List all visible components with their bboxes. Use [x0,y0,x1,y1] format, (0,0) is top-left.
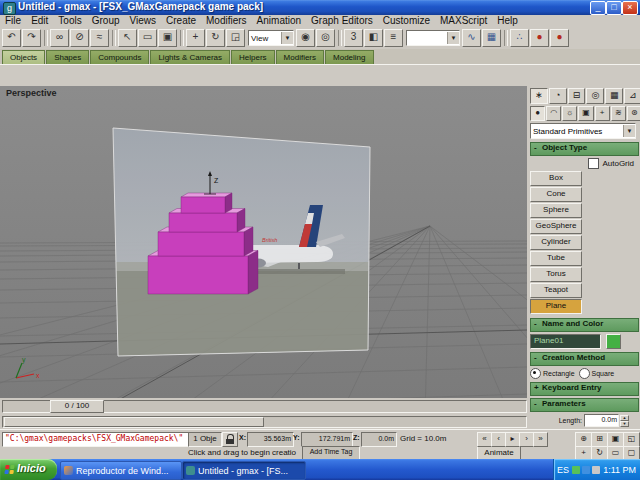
utilities-tab-icon[interactable]: ⊿ [624,88,640,104]
rollout-parameters-header[interactable]: - Parameters [530,398,639,412]
close-button[interactable]: × [622,1,638,15]
helpers-category-icon[interactable]: + [595,106,610,121]
box-button[interactable]: Box [530,171,582,186]
chevron-down-icon[interactable]: ▼ [281,32,293,44]
taskbar-clock[interactable]: 1:11 PM [603,465,636,475]
snap-toggle-icon[interactable]: 3 [344,29,363,47]
length-field[interactable]: 0.0m [584,414,619,427]
titlebar[interactable]: g Untitled - gmax - [FSX_GMaxGamepack ga… [0,0,640,15]
rollout-object-type-header[interactable]: - Object Type [530,142,639,156]
space-warps-category-icon[interactable]: ≋ [611,106,626,121]
tab-modeling[interactable]: Modeling [325,50,373,64]
material-editor-icon[interactable]: ∴ [510,29,529,47]
time-slider-button[interactable]: 0 / 100 [50,400,104,413]
tab-helpers[interactable]: Helpers [231,50,275,64]
geometry-category-icon[interactable]: ● [530,106,545,121]
menu-customize[interactable]: Customize [378,15,435,27]
coord-x-field[interactable]: 35.563m [247,432,294,447]
systems-category-icon[interactable]: ⊛ [627,106,640,121]
length-spinner[interactable]: ▲▼ [620,415,629,426]
minimize-button[interactable]: _ [590,1,606,15]
reference-coordinate-dropdown[interactable]: View ▼ [248,30,294,46]
plane-button[interactable]: Plane [530,299,582,314]
zoom-icon[interactable]: ⊕ [575,432,592,447]
render-scene-icon[interactable]: ● [530,29,549,47]
menu-animation[interactable]: Animation [252,15,306,27]
object-color-swatch[interactable] [606,334,621,349]
tray-icon[interactable] [572,466,580,474]
play-button[interactable]: ▸ [505,432,520,447]
bind-to-space-warp-icon[interactable]: ≈ [90,29,109,47]
box-level-4[interactable] [181,193,232,213]
tab-objects[interactable]: Objects [2,50,45,64]
menu-file[interactable]: File [0,15,26,27]
subcategory-dropdown[interactable]: Standard Primitives ▼ [530,123,636,139]
lock-selection-button[interactable] [222,432,238,447]
select-and-rotate-icon[interactable]: ↻ [206,29,225,47]
select-and-manipulate-icon[interactable]: ◎ [316,29,335,47]
volume-icon[interactable] [592,466,600,474]
lights-category-icon[interactable]: ☼ [562,106,577,121]
torus-button[interactable]: Torus [530,267,582,282]
viewport-label[interactable]: Perspective [6,88,57,98]
go-to-start-button[interactable]: « [477,432,492,447]
taskbar-item-gmax[interactable]: Untitled - gmax - [FS... [182,461,306,480]
select-and-scale-icon[interactable]: ◲ [226,29,245,47]
use-pivot-point-icon[interactable]: ◉ [296,29,315,47]
redo-icon[interactable]: ↷ [22,29,41,47]
modify-tab-icon[interactable]: ◔ [549,88,567,104]
tab-lights-cameras[interactable]: Lights & Cameras [150,50,230,64]
coord-z-field[interactable]: 0.0m [361,432,397,447]
go-to-end-button[interactable]: » [533,432,548,447]
menu-create[interactable]: Create [161,15,201,27]
menu-group[interactable]: Group [87,15,125,27]
rectangle-radio[interactable] [530,368,541,379]
zoom-all-icon[interactable]: ⊞ [591,432,608,447]
mirror-icon[interactable]: ◧ [364,29,383,47]
menu-edit[interactable]: Edit [26,15,53,27]
zoom-extents-all-icon[interactable]: ◱ [623,432,640,447]
tab-compounds[interactable]: Compounds [90,50,149,64]
unlink-selection-icon[interactable]: ⊘ [70,29,89,47]
create-tab-icon[interactable]: ∗ [530,88,548,104]
autogrid-checkbox[interactable] [588,158,599,169]
square-radio[interactable] [579,368,590,379]
maxscript-mini-listener[interactable]: "C:\gmax\gamepacks\FSX_GMaxGamepack\" [2,432,190,447]
curve-editor-icon[interactable]: ∿ [462,29,481,47]
rectangular-selection-region-icon[interactable]: ▭ [138,29,157,47]
tray-icon[interactable] [582,466,590,474]
quick-render-icon[interactable]: ● [550,29,569,47]
undo-icon[interactable]: ↶ [2,29,21,47]
maximize-button[interactable]: □ [606,1,622,15]
menu-modifiers[interactable]: Modifiers [201,15,252,27]
previous-frame-button[interactable]: ‹ [491,432,506,447]
rollout-keyboard-entry-header[interactable]: + Keyboard Entry [530,382,639,396]
cameras-category-icon[interactable]: ▣ [578,106,593,121]
rollout-creation-method-header[interactable]: - Creation Method [530,352,639,366]
cylinder-button[interactable]: Cylinder [530,235,582,250]
add-time-tag-field[interactable]: Add Time Tag [302,446,360,460]
language-indicator[interactable]: ES [557,465,569,475]
hierarchy-tab-icon[interactable]: ⊟ [568,88,586,104]
menu-maxscript[interactable]: MAXScript [435,15,492,27]
display-tab-icon[interactable]: ▦ [605,88,623,104]
menu-help[interactable]: Help [492,15,523,27]
tube-button[interactable]: Tube [530,251,582,266]
start-button[interactable]: Inicio [0,459,57,480]
schematic-view-icon[interactable]: ▦ [482,29,501,47]
coord-y-field[interactable]: 172.791m [301,432,353,447]
menu-views[interactable]: Views [125,15,162,27]
shapes-category-icon[interactable]: ◠ [546,106,561,121]
geosphere-button[interactable]: GeoSphere [530,219,582,234]
next-frame-button[interactable]: › [519,432,534,447]
select-and-link-icon[interactable]: ∞ [50,29,69,47]
align-icon[interactable]: ≡ [384,29,403,47]
menu-graph-editors[interactable]: Graph Editors [306,15,378,27]
taskbar-item-media-player[interactable]: Reproductor de Wind... [60,461,182,480]
select-and-move-icon[interactable]: + [186,29,205,47]
window-crossing-toggle-icon[interactable]: ▣ [158,29,177,47]
object-name-field[interactable]: Plane01 [530,334,601,349]
track-bar-thumb[interactable] [4,417,264,427]
zoom-extents-icon[interactable]: ▣ [607,432,624,447]
sphere-button[interactable]: Sphere [530,203,582,218]
